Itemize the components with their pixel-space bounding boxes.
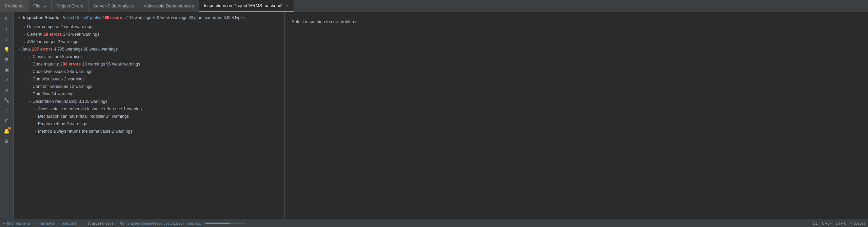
- chevron-compiler-issues[interactable]: [27, 76, 33, 82]
- progress-bar: [205, 223, 246, 224]
- chevron-java[interactable]: [16, 46, 22, 52]
- settings-icon[interactable]: ⚙: [2, 55, 12, 64]
- label-control-flow-issues: Control flow issues: [33, 84, 68, 89]
- tab-file-label: File: [33, 3, 40, 8]
- charset[interactable]: UTF-8: [836, 221, 846, 225]
- up-arrow-icon[interactable]: ↑: [2, 24, 12, 34]
- chevron-jvm-languages[interactable]: [22, 39, 27, 44]
- settings2-icon[interactable]: ⚙: [2, 136, 12, 146]
- suffix-code-maturity: 18 warnings 96 weak warnings: [82, 62, 140, 67]
- tree-item-declaration-redundancy[interactable]: Declaration redundancy 3,105 warnings: [14, 98, 284, 105]
- tree-container: Docker-compose 2 weak warningsGeneral 18…: [14, 23, 284, 135]
- inspection-results-chevron[interactable]: [16, 15, 22, 20]
- indent[interactable]: 4 spaces: [850, 221, 865, 225]
- tree-item-data-flow[interactable]: Data flow 14 warnings: [14, 90, 284, 98]
- notification-badge: [8, 127, 11, 130]
- inspection-errors-count: 469 errors: [102, 15, 122, 20]
- tab-file[interactable]: File 54: [28, 0, 52, 12]
- tool-icon[interactable]: 🔧: [2, 96, 12, 105]
- inspection-warnings: 5,113 warnings: [123, 15, 151, 20]
- tab-vulnerable[interactable]: Vulnerable Dependencies: [139, 0, 199, 12]
- tree-item-declaration-final[interactable]: Declaration can have 'final' modifier 14…: [14, 113, 284, 120]
- chevron-data-flow[interactable]: [27, 91, 33, 97]
- chevron-class-structure[interactable]: [27, 54, 33, 59]
- chevron-general[interactable]: [22, 32, 27, 37]
- breadcrumb-sep-1: ›: [33, 221, 34, 225]
- export-icon[interactable]: ⤴: [2, 106, 12, 115]
- chevron-declaration-redundancy[interactable]: [27, 99, 33, 104]
- expand-all-icon[interactable]: ⤢: [2, 75, 12, 85]
- chevron-control-flow-issues[interactable]: [27, 84, 33, 89]
- analyzing-label: Analyzing code in: [88, 221, 117, 225]
- suffix-compiler-issues: 2 warnings: [64, 77, 84, 81]
- tree-item-access-static[interactable]: Access static member via instance refere…: [14, 105, 284, 113]
- side-icons-panel: ↻ ↑ ↓ 💡 ⚙ ◉ ⤢ ✕ 🔧 ⤴ ⊟ 🔔 ⚙: [0, 12, 14, 219]
- tree-item-general[interactable]: General 18 errors 243 weak warnings: [14, 31, 284, 38]
- tab-problems-label: Problems: [5, 3, 23, 8]
- chevron-code-maturity[interactable]: [27, 61, 33, 67]
- errors-java: 287 errors: [32, 47, 52, 52]
- tab-inspections-close[interactable]: ✕: [285, 3, 289, 8]
- down-arrow-icon[interactable]: ↓: [2, 35, 12, 44]
- chevron-code-style-issues[interactable]: [27, 69, 33, 74]
- suffix-method-always-returns: 2 warnings: [112, 129, 132, 134]
- inbox-icon[interactable]: ⊟: [2, 116, 12, 126]
- tree-item-class-structure[interactable]: Class structure 8 warnings: [14, 53, 284, 60]
- tab-file-badge: 54: [42, 4, 46, 8]
- status-right: 1:1 CRLF UTF-8 4 spaces: [813, 221, 865, 225]
- chevron-access-static[interactable]: [33, 106, 38, 112]
- suffix-class-structure: 8 warnings: [62, 54, 82, 59]
- notification-icon[interactable]: 🔔: [2, 126, 12, 136]
- tab-bar: Problems File 54 Project Errors Server-S…: [0, 0, 868, 12]
- suffix-control-flow-issues: 12 warnings: [70, 84, 92, 89]
- tree-item-code-maturity[interactable]: Code maturity 283 errors 18 warnings 96 …: [14, 60, 284, 68]
- inspection-typos: 6,958 typos: [224, 15, 245, 20]
- main-layout: ↻ ↑ ↓ 💡 ⚙ ◉ ⤢ ✕ 🔧 ⤴ ⊟ 🔔 ⚙ Inspection Res…: [0, 12, 868, 219]
- bulb-icon[interactable]: 💡: [2, 45, 12, 54]
- suffix-data-flow: 14 warnings: [52, 92, 74, 96]
- tree-item-control-flow-issues[interactable]: Control flow issues 12 warnings: [14, 83, 284, 90]
- encoding[interactable]: CRLF: [822, 221, 832, 225]
- chevron-empty-method[interactable]: [33, 121, 38, 127]
- progress-fill: [205, 223, 230, 224]
- tab-problems[interactable]: Problems: [0, 0, 28, 12]
- tab-server-side[interactable]: Server-Side Analysis: [88, 0, 139, 12]
- tree-item-java[interactable]: Java 287 errors 4,795 warnings 98 weak w…: [14, 45, 284, 53]
- suffix-java: 4,795 warnings 98 weak warnings: [54, 47, 118, 52]
- label-docker-compose: Docker-compose: [27, 24, 59, 29]
- tab-project-errors-label: Project Errors: [56, 3, 83, 8]
- tree-item-docker-compose[interactable]: Docker-compose 2 weak warnings: [14, 23, 284, 31]
- label-java: Java: [22, 47, 31, 52]
- label-empty-method: Empty method: [38, 121, 65, 126]
- status-bar: HRMS_backend › hrms-batch › pom.xml Anal…: [0, 219, 868, 227]
- suffix-declaration-final: 14 warnings: [106, 114, 129, 119]
- position[interactable]: 1:1: [813, 221, 818, 225]
- label-general: General: [27, 32, 42, 37]
- tree-item-method-always-returns[interactable]: Method always returns the same value 2 w…: [14, 128, 284, 135]
- project-name: HRMS_backend: [3, 221, 30, 225]
- label-class-structure: Class structure: [33, 54, 61, 59]
- tab-project-errors[interactable]: Project Errors: [52, 0, 88, 12]
- chevron-method-always-returns[interactable]: [33, 129, 38, 134]
- refresh-icon[interactable]: ↻: [2, 14, 12, 24]
- label-access-static: Access static member via instance refere…: [38, 107, 122, 111]
- label-method-always-returns: Method always returns the same value: [38, 129, 111, 134]
- tab-inspections[interactable]: Inspections on Project 'HRMS_backend' ✕: [199, 0, 294, 12]
- chevron-docker-compose[interactable]: [22, 24, 27, 30]
- label-declaration-final: Declaration can have 'final' modifier: [38, 114, 105, 119]
- tree-item-code-style-issues[interactable]: Code style issues 285 warnings: [14, 68, 284, 75]
- label-data-flow: Data flow: [33, 92, 50, 96]
- tree-item-empty-method[interactable]: Empty method 2 warnings: [14, 120, 284, 128]
- chevron-declaration-final[interactable]: [33, 114, 38, 119]
- close-all-icon[interactable]: ✕: [2, 86, 12, 95]
- label-code-style-issues: Code style issues: [33, 69, 66, 74]
- tab-vulnerable-label: Vulnerable Dependencies: [144, 3, 194, 8]
- tree-item-jvm-languages[interactable]: JVM languages 2 warnings: [14, 38, 284, 45]
- inspection-results-label: Inspection Results: [23, 15, 59, 20]
- inspection-grammar: 33 grammar errors: [189, 15, 222, 20]
- tree-item-compiler-issues[interactable]: Compiler issues 2 warnings: [14, 75, 284, 83]
- tab-server-side-label: Server-Side Analysis: [93, 3, 134, 8]
- status-left: HRMS_backend › hrms-batch › pom.xml Anal…: [3, 221, 810, 225]
- eye-icon[interactable]: ◉: [2, 65, 12, 75]
- tree-panel[interactable]: Inspection Results 'Project Default' pro…: [14, 12, 285, 219]
